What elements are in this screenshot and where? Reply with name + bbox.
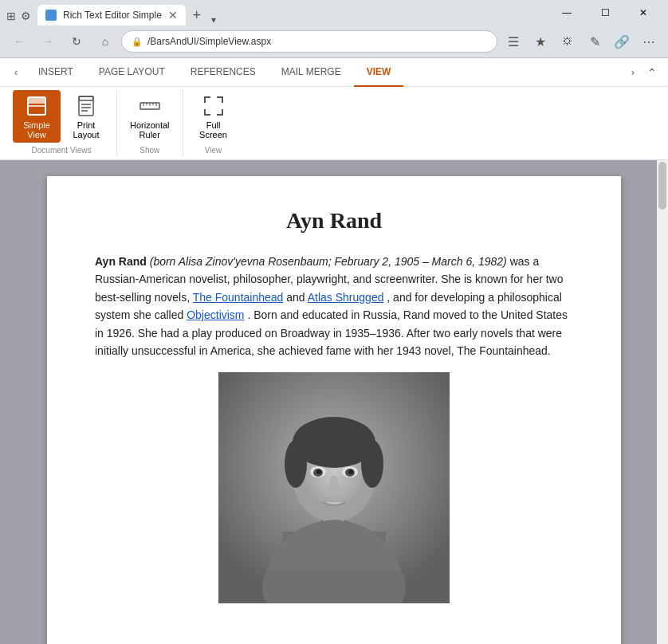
window-controls: — ☐ ✕ xyxy=(548,0,662,26)
atlas-shrugged-link[interactable]: Atlas Shrugged xyxy=(308,291,384,304)
ribbon-collapse-button[interactable]: ⌃ xyxy=(642,58,662,87)
svg-rect-4 xyxy=(79,96,93,100)
ayn-rand-bio-italic: (born Alisa Zinov'yevna Rosenbaum; Febru… xyxy=(150,255,507,268)
tab-mail-merge[interactable]: MAIL MERGE xyxy=(269,58,354,87)
document-image-container xyxy=(95,372,573,603)
pen-button[interactable]: ✎ xyxy=(582,29,607,54)
document-title: Ayn Rand xyxy=(95,208,573,234)
show-group: HorizontalRuler Show xyxy=(117,90,183,156)
full-screen-button[interactable]: FullScreen xyxy=(190,90,238,143)
share-button[interactable]: 🔗 xyxy=(609,29,635,54)
minimize-button[interactable]: — xyxy=(548,0,585,26)
fountainhead-link[interactable]: The Fountainhead xyxy=(193,291,284,304)
horizontal-ruler-icon xyxy=(137,93,163,119)
horizontal-ruler-label: HorizontalRuler xyxy=(130,120,170,139)
print-layout-button[interactable]: PrintLayout xyxy=(62,90,110,143)
document-area: Ayn Rand Ayn Rand (born Alisa Zinov'yevn… xyxy=(0,160,668,644)
scrollbar-thumb[interactable] xyxy=(658,162,666,210)
ayn-rand-portrait xyxy=(218,372,450,603)
full-screen-icon xyxy=(201,93,226,119)
document-views-label: Document Views xyxy=(13,144,110,156)
ayn-rand-bold: Ayn Rand xyxy=(95,255,147,268)
maximize-button[interactable]: ☐ xyxy=(587,0,623,26)
address-input[interactable]: 🔒 /BarsAndUI/SimpleView.aspx xyxy=(121,30,497,53)
view-group: FullScreen View xyxy=(183,90,244,156)
refresh-button[interactable]: ↻ xyxy=(64,29,89,54)
print-layout-icon xyxy=(73,93,99,119)
scrollbar[interactable] xyxy=(657,160,668,644)
star-button[interactable]: ★ xyxy=(528,29,553,54)
browser-chrome: ⊞ ⚙ Rich Text Editor Simple ✕ + ▾ — ☐ ✕ … xyxy=(0,0,668,58)
show-label: Show xyxy=(124,144,176,156)
simple-view-label: SimpleView xyxy=(23,120,50,139)
address-bar: ← → ↻ ⌂ 🔒 /BarsAndUI/SimpleView.aspx ☰ ★… xyxy=(0,26,668,57)
tab-page-layout[interactable]: PAGE LAYOUT xyxy=(86,58,178,87)
forward-button[interactable]: → xyxy=(35,29,61,54)
tab-overflow-button[interactable]: ▾ xyxy=(208,14,219,26)
window-icon: ⊞ xyxy=(6,10,16,22)
close-button[interactable]: ✕ xyxy=(625,0,662,26)
bookmark-button[interactable]: ☰ xyxy=(501,29,526,54)
tab-references[interactable]: REFERENCES xyxy=(178,58,269,87)
horizontal-ruler-button[interactable]: HorizontalRuler xyxy=(124,90,176,143)
security-icon: 🔒 xyxy=(132,37,143,47)
ribbon-tab-bar: ‹ INSERT PAGE LAYOUT REFERENCES MAIL MER… xyxy=(0,58,668,87)
document-paragraph-1: Ayn Rand (born Alisa Zinov'yevna Rosenba… xyxy=(95,253,573,359)
objectivism-link[interactable]: Objectivism xyxy=(187,308,244,321)
ribbon-content-area: SimpleView PrintLayout xyxy=(0,87,668,159)
ribbon-scroll-right-button[interactable]: › xyxy=(623,58,642,87)
svg-point-29 xyxy=(348,469,353,474)
print-layout-label: PrintLayout xyxy=(73,120,99,139)
svg-point-28 xyxy=(316,469,321,474)
menu-button[interactable]: ⋯ xyxy=(636,29,662,54)
document-views-group: SimpleView PrintLayout xyxy=(6,90,117,156)
browser-actions: ☰ ★ ⛭ ✎ 🔗 ⋯ xyxy=(501,29,662,54)
settings-icon: ⚙ xyxy=(21,10,31,22)
show-items: HorizontalRuler xyxy=(124,90,176,143)
title-bar: ⊞ ⚙ Rich Text Editor Simple ✕ + ▾ — ☐ ✕ xyxy=(0,0,668,26)
ribbon: ‹ INSERT PAGE LAYOUT REFERENCES MAIL MER… xyxy=(0,58,668,160)
favorites-button[interactable]: ⛭ xyxy=(555,29,580,54)
svg-rect-1 xyxy=(28,97,45,104)
tab-insert[interactable]: INSERT xyxy=(26,58,86,87)
url-text: /BarsAndUI/SimpleView.aspx xyxy=(147,36,271,47)
document-page: Ayn Rand Ayn Rand (born Alisa Zinov'yevn… xyxy=(47,176,621,644)
document-body: Ayn Rand (born Alisa Zinov'yevna Rosenba… xyxy=(95,253,573,359)
active-tab[interactable]: Rich Text Editor Simple ✕ xyxy=(37,5,186,26)
ribbon-scroll-left-button[interactable]: ‹ xyxy=(6,58,26,87)
tab-favicon xyxy=(45,10,57,21)
simple-view-icon xyxy=(24,93,49,119)
view-items: FullScreen xyxy=(190,90,238,143)
back-button[interactable]: ← xyxy=(6,29,32,54)
tab-close-button[interactable]: ✕ xyxy=(168,10,178,21)
svg-point-23 xyxy=(361,440,383,488)
full-screen-label: FullScreen xyxy=(199,120,227,139)
document-views-items: SimpleView PrintLayout xyxy=(13,90,110,143)
ayn-rand-text-2: and xyxy=(286,291,307,304)
svg-rect-3 xyxy=(79,96,93,116)
tab-title: Rich Text Editor Simple xyxy=(63,10,162,21)
tab-area: ⊞ ⚙ Rich Text Editor Simple ✕ + ▾ xyxy=(6,0,219,26)
new-tab-button[interactable]: + xyxy=(186,5,208,26)
view-label: View xyxy=(190,144,238,156)
svg-point-22 xyxy=(285,440,307,488)
tab-view[interactable]: VIEW xyxy=(354,58,404,87)
home-button[interactable]: ⌂ xyxy=(92,29,118,54)
simple-view-button[interactable]: SimpleView xyxy=(13,90,61,143)
